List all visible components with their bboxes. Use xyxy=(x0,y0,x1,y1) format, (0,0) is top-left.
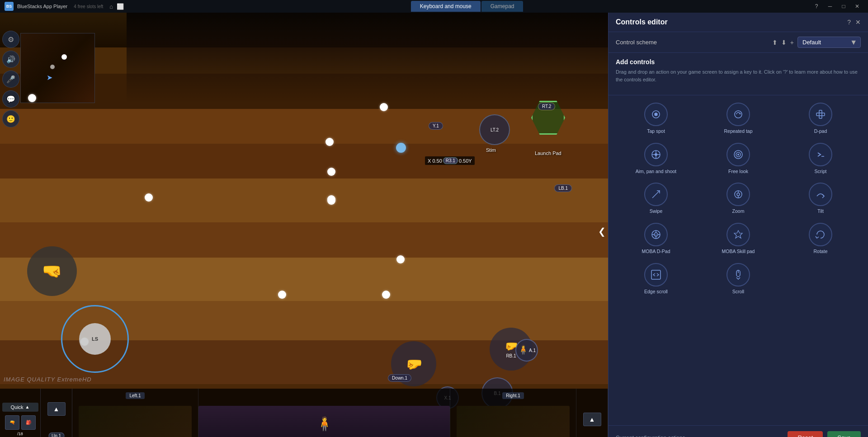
app-title-content: BS BlueStacks App Player 4 free slots le… xyxy=(5,2,103,11)
controls-row-1: Tap spot Repeated tap xyxy=(616,99,861,137)
settings-icon-btn[interactable]: ⚙ xyxy=(2,31,19,48)
mic-icon-btn[interactable]: 🎤 xyxy=(2,70,19,88)
minimap-dot-2 xyxy=(50,65,55,69)
scroll-icon-wrap xyxy=(726,263,750,287)
moba-skill-pad-icon-wrap xyxy=(726,223,750,246)
ctrl-moba-d-pad[interactable]: M MOBA D-Pad xyxy=(616,219,696,258)
ctrl-script[interactable]: Script xyxy=(780,139,861,178)
nav-arrows-right: ▲ xyxy=(576,389,608,437)
close-btn[interactable]: ✕ xyxy=(851,0,863,13)
free-look-svg xyxy=(732,148,745,161)
a1-button[interactable]: 🧍 A.1 xyxy=(515,339,538,362)
repeated-tap-svg xyxy=(732,108,745,121)
tab-container: Keyboard and mouse Gamepad xyxy=(124,1,810,12)
repeated-tap-icon-wrap xyxy=(726,103,750,126)
center-player-slot[interactable]: 🧍 xyxy=(198,389,450,437)
free-look-label: Free look xyxy=(728,169,748,175)
scheme-select[interactable]: Default xyxy=(797,37,861,48)
left1-slot[interactable]: Left.1 xyxy=(72,389,198,437)
minimap-arrow: ➤ xyxy=(47,73,52,82)
chat-icon-btn[interactable]: 💬 xyxy=(2,90,19,108)
character-image: 🧍 xyxy=(198,406,450,437)
quick-icons-row: 🔫 🎒 xyxy=(5,415,36,430)
joystick-ls[interactable]: LS xyxy=(61,305,129,373)
controls-panel: Controls editor ? ✕ Control scheme ⬆ ⬇ +… xyxy=(608,13,868,437)
ctrl-empty xyxy=(780,259,861,298)
emoji-icon-btn[interactable]: 🙂 xyxy=(2,110,19,127)
quick-section: Quick ▲ 🔫 🎒 /18 xyxy=(0,389,41,437)
control-scheme-row: Control scheme ⬆ ⬇ + Default ▼ xyxy=(609,32,868,53)
app-subtitle: 4 free slots left xyxy=(74,4,103,9)
svg-rect-3 xyxy=(819,110,822,118)
ctrl-rotate[interactable]: Rotate xyxy=(780,219,861,258)
ctrl-swipe[interactable]: Swipe xyxy=(616,179,696,217)
audio-icon-btn[interactable]: 🔊 xyxy=(2,51,19,68)
app-title-bar: BS BlueStacks App Player 4 free slots le… xyxy=(0,0,868,13)
lt2-control[interactable]: LT.2 xyxy=(479,114,510,145)
scheme-actions: ⬆ ⬇ + Default ▼ xyxy=(772,37,861,48)
zoom-svg xyxy=(732,188,745,201)
moba-d-pad-label: MOBA D-Pad xyxy=(642,249,670,255)
zoom-label: Zoom xyxy=(732,208,745,215)
white-dot-3 xyxy=(326,138,334,146)
tab-keyboard-mouse[interactable]: Keyboard and mouse xyxy=(411,1,481,12)
mini-map: ➤ xyxy=(20,33,95,103)
launch-pad-label: Launch Pad xyxy=(535,150,561,156)
edge-scroll-label: Edge scroll xyxy=(644,289,668,295)
save-button[interactable]: Save xyxy=(827,431,861,437)
window-icon[interactable]: ⬜ xyxy=(117,3,124,10)
svg-marker-24 xyxy=(734,230,742,238)
quick-arrow-icon: ▲ xyxy=(25,404,30,409)
scheme-share-btn[interactable]: ⬆ xyxy=(772,39,778,46)
right1-label: Right.1 xyxy=(502,392,524,399)
moba-d-svg: M xyxy=(650,228,662,241)
free-look-icon-wrap xyxy=(726,143,750,166)
svg-point-1 xyxy=(655,113,657,116)
moba-s-svg xyxy=(732,228,745,241)
moba-d-pad-icon-wrap: M xyxy=(644,223,668,246)
panel-close-icon[interactable]: ✕ xyxy=(855,19,861,26)
ctrl-d-pad[interactable]: D-pad xyxy=(780,99,861,137)
reset-button[interactable]: Reset xyxy=(788,431,823,437)
ctrl-edge-scroll[interactable]: Edge scroll xyxy=(616,259,696,298)
window-controls: ? ─ □ ✕ xyxy=(810,0,863,13)
scheme-import-btn[interactable]: ⬇ xyxy=(781,39,787,46)
ctrl-repeated-tap[interactable]: Repeated tap xyxy=(698,99,778,137)
minimize-btn[interactable]: ─ xyxy=(824,0,836,13)
edge-scroll-icon-wrap xyxy=(644,263,668,287)
quick-icon-gun[interactable]: 🔫 xyxy=(5,415,19,430)
tab-gamepad[interactable]: Gamepad xyxy=(481,1,524,12)
nav-up-btn[interactable]: ▲ xyxy=(47,402,66,416)
swipe-icon-wrap xyxy=(644,183,668,206)
launch-pad-control[interactable]: RT.2 xyxy=(531,101,565,135)
help-btn[interactable]: ? xyxy=(810,0,823,13)
svg-point-8 xyxy=(655,153,657,156)
ctrl-tilt[interactable]: Tilt xyxy=(780,179,861,217)
ctrl-free-look[interactable]: Free look xyxy=(698,139,778,178)
ammo-count: /18 xyxy=(17,432,23,436)
panel-help-icon[interactable]: ? xyxy=(847,19,851,26)
app-content: ⚙ 🔊 🎤 💬 🙂 ➤ xyxy=(0,13,868,437)
maximize-btn[interactable]: □ xyxy=(837,0,850,13)
home-icon[interactable]: ⌂ xyxy=(109,3,113,10)
ceiling-shadow xyxy=(127,13,608,103)
bottom-action-bar: Quick ▲ 🔫 🎒 /18 ▲ xyxy=(0,389,608,437)
nav-right-up-btn[interactable]: ▲ xyxy=(583,413,601,426)
collapse-arrow[interactable]: ❮ xyxy=(598,226,606,237)
hand-icon-control[interactable]: 🤜 xyxy=(27,246,77,296)
tap-spot-svg xyxy=(650,108,662,121)
ctrl-zoom[interactable]: Zoom xyxy=(698,179,778,217)
stim-label: Stim xyxy=(486,147,496,153)
scroll-label: Scroll xyxy=(732,289,744,295)
panel-header-icons: ? ✕ xyxy=(847,19,861,26)
ctrl-tap-spot[interactable]: Tap spot xyxy=(616,99,696,137)
add-controls-desc: Drag and drop an action on your game scr… xyxy=(616,68,861,83)
ctrl-scroll[interactable]: Scroll xyxy=(698,259,778,298)
scheme-add-btn[interactable]: + xyxy=(790,39,794,46)
d-pad-icon-wrap xyxy=(809,103,832,126)
ctrl-moba-skill-pad[interactable]: MOBA Skill pad xyxy=(698,219,778,258)
right1-slot[interactable]: Right.1 xyxy=(450,389,576,437)
quick-icon-pack[interactable]: 🎒 xyxy=(21,415,36,430)
panel-title: Controls editor xyxy=(616,18,668,26)
ctrl-aim-pan-shoot[interactable]: Aim, pan and shoot xyxy=(616,139,696,178)
